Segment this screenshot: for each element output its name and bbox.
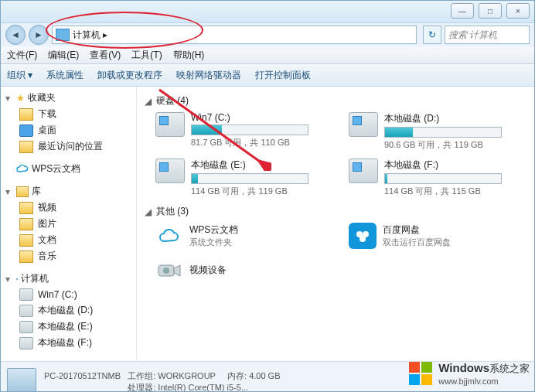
tb-organize[interactable]: 组织 ▾: [7, 69, 32, 82]
sidebar-favorites: ▾ ★ 收藏夹 下载 桌面 最近访问的位置: [1, 90, 136, 155]
drive-icon: [349, 159, 378, 183]
sidebar-libraries-head[interactable]: ▾库: [1, 183, 136, 199]
drive-item[interactable]: 本地磁盘 (E:)114 GB 可用，共 119 GB: [155, 159, 325, 197]
close-button[interactable]: ×: [506, 3, 530, 19]
tb-system-props[interactable]: 系统属性: [46, 69, 83, 82]
sidebar-item-drive-f[interactable]: 本地磁盘 (F:): [1, 335, 136, 351]
item-sub: 双击运行百度网盘: [383, 237, 451, 248]
drive-icon: [19, 305, 33, 317]
expand-icon: ▾: [5, 186, 13, 197]
body: ▾ ★ 收藏夹 下载 桌面 最近访问的位置 WPS云文档 ▾库 视频 图片 文档…: [1, 87, 534, 361]
tb-map-drive[interactable]: 映射网络驱动器: [176, 69, 241, 82]
sidebar-item-videos[interactable]: 视频: [1, 199, 136, 216]
toolbar: 组织 ▾ 系统属性 卸载或更改程序 映射网络驱动器 打开控制面板: [1, 64, 534, 87]
refresh-button[interactable]: ↻: [423, 26, 441, 44]
sidebar-item-drive-d[interactable]: 本地磁盘 (D:): [1, 302, 136, 319]
drive-item[interactable]: 本地磁盘 (F:)114 GB 可用，共 115 GB: [349, 159, 519, 197]
sidebar-computer: ▾计算机 Win7 (C:) 本地磁盘 (D:) 本地磁盘 (E:) 本地磁盘 …: [1, 271, 136, 351]
other-label: 其他 (3): [156, 205, 189, 218]
desktop-icon: [19, 124, 33, 137]
sidebar-item-drive-c[interactable]: Win7 (C:): [1, 287, 136, 302]
item-name: 百度网盘: [383, 223, 451, 237]
menu-file[interactable]: 文件(F): [7, 49, 37, 62]
collapse-icon: ◢: [145, 96, 152, 107]
drive-icon: [155, 159, 185, 183]
forward-button[interactable]: ►: [29, 25, 49, 45]
minimize-button[interactable]: —: [451, 3, 474, 19]
folder-icon: [19, 234, 33, 247]
other-item[interactable]: 百度网盘双击运行百度网盘: [349, 223, 519, 249]
menu-help[interactable]: 帮助(H): [173, 49, 205, 62]
menu-view[interactable]: 查看(V): [90, 49, 121, 62]
sidebar-item-downloads[interactable]: 下载: [1, 106, 136, 122]
svg-rect-6: [409, 362, 420, 373]
search-placeholder: 搜索 计算机: [448, 29, 497, 42]
back-button[interactable]: ◄: [5, 25, 26, 45]
svg-rect-9: [421, 374, 432, 385]
favorites-label: 收藏夹: [28, 91, 56, 104]
sidebar-item-drive-e[interactable]: 本地磁盘 (E:): [1, 319, 136, 335]
windows-logo-icon: [407, 360, 434, 387]
other-item[interactable]: WPS云文档系统文件夹: [155, 223, 325, 249]
svg-rect-8: [409, 374, 420, 385]
sidebar-wps[interactable]: WPS云文档: [1, 161, 136, 177]
maximize-button[interactable]: □: [479, 3, 502, 19]
computer-icon: [56, 29, 70, 41]
drive-grid: Win7 (C:)81.7 GB 可用，共 110 GB本地磁盘 (D:)90.…: [155, 112, 526, 197]
sidebar-item-music[interactable]: 音乐: [1, 248, 136, 264]
star-icon: ★: [16, 93, 25, 104]
search-input[interactable]: 搜索 计算机: [445, 26, 530, 44]
tb-control-panel[interactable]: 打开控制面板: [255, 69, 311, 82]
drives-label: 硬盘 (4): [156, 94, 189, 107]
menu-tools[interactable]: 工具(T): [131, 49, 162, 62]
drive-free-text: 114 GB 可用，共 119 GB: [191, 186, 325, 197]
watermark: Windows系统之家 www.bjjmlv.com: [407, 360, 530, 387]
drive-free-text: 90.6 GB 可用，共 119 GB: [384, 139, 519, 151]
library-icon: [16, 186, 29, 197]
drive-icon: [155, 112, 185, 137]
drive-icon: [19, 337, 33, 349]
drive-item[interactable]: Win7 (C:)81.7 GB 可用，共 110 GB: [155, 112, 325, 151]
sidebar-item-pictures[interactable]: 图片: [1, 216, 136, 232]
item-name: 视频设备: [189, 264, 227, 277]
item-sub: 系统文件夹: [189, 237, 238, 248]
drive-usage-bar: [384, 173, 502, 184]
recent-icon: [19, 141, 33, 153]
explorer-window: — □ × ◄ ► 计算机 ▸ ↻ 搜索 计算机 文件(F) 编辑(E) 查看(…: [0, 0, 535, 392]
folder-icon: [19, 202, 33, 214]
computer-icon: [7, 368, 36, 392]
svg-point-3: [360, 236, 366, 242]
cloud-icon: [16, 164, 29, 175]
drive-name: 本地磁盘 (F:): [384, 159, 519, 172]
expand-icon: ▾: [5, 274, 13, 285]
address-bar[interactable]: 计算机 ▸: [52, 26, 417, 44]
cam-icon: [155, 257, 183, 283]
sidebar-item-documents[interactable]: 文档: [1, 232, 136, 248]
sidebar-item-desktop[interactable]: 桌面: [1, 122, 136, 138]
drive-free-text: 81.7 GB 可用，共 110 GB: [191, 137, 325, 148]
titlebar: — □ ×: [1, 1, 534, 23]
sidebar-favorites-head[interactable]: ▾ ★ 收藏夹: [1, 90, 136, 106]
drive-name: Win7 (C:): [191, 112, 325, 123]
drive-icon: [19, 321, 33, 333]
main-pane: ◢ 硬盘 (4) Win7 (C:)81.7 GB 可用，共 110 GB本地磁…: [137, 87, 534, 361]
other-item[interactable]: 视频设备: [155, 257, 325, 283]
other-grid: WPS云文档系统文件夹百度网盘双击运行百度网盘视频设备: [155, 223, 526, 283]
group-drives-head[interactable]: ◢ 硬盘 (4): [145, 94, 526, 107]
address-text: 计算机 ▸: [73, 29, 107, 42]
svg-rect-7: [421, 362, 432, 373]
drive-item[interactable]: 本地磁盘 (D:)90.6 GB 可用，共 119 GB: [349, 112, 519, 151]
menu-edit[interactable]: 编辑(E): [48, 49, 79, 62]
group-other-head[interactable]: ◢ 其他 (3): [145, 205, 526, 218]
drive-usage-bar: [191, 124, 308, 135]
folder-icon: [19, 251, 33, 263]
sidebar-computer-head[interactable]: ▾计算机: [1, 271, 136, 287]
tb-uninstall[interactable]: 卸载或更改程序: [97, 69, 162, 82]
drive-icon: [349, 112, 378, 137]
baidu-icon: [349, 223, 377, 249]
collapse-icon: ◢: [145, 206, 152, 217]
drive-free-text: 114 GB 可用，共 115 GB: [384, 186, 519, 197]
sidebar-item-recent[interactable]: 最近访问的位置: [1, 138, 136, 155]
status-text: PC-20170512TNMB 工作组: WORKGROUP 内存: 4.00 …: [44, 370, 280, 392]
drive-name: 本地磁盘 (D:): [384, 112, 519, 125]
